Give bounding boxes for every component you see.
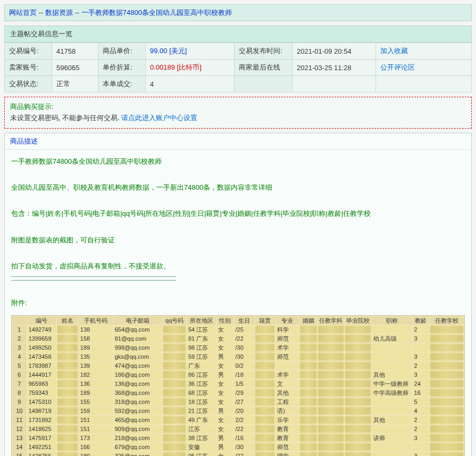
table-row: 131475917173218@qq.com38 江苏男/16教育讲师3	[12, 434, 464, 443]
table-row: 11492749138654@qq.com54 江苏女/25科学2	[12, 325, 464, 334]
value-empty2	[376, 76, 472, 92]
sheet-header: 任教学科	[318, 316, 345, 325]
sheet-header: 教龄	[412, 316, 429, 325]
value-empty	[293, 76, 376, 92]
purchase-tip: 商品购买提示: 未设置交易密码, 不能参与任何交易. 请点此进入账户中心设置	[4, 97, 472, 129]
desc-line: 包含：编号|姓名|手机号码|电子邮箱|qq号码|所在地区|性别|生日|籍贯|专业…	[11, 207, 465, 221]
divider	[11, 280, 176, 281]
table-row: 91475310155318@qq.com18 江苏女/27工程5	[12, 398, 464, 407]
label-btc-price: 单价折算:	[98, 60, 146, 76]
breadcrumb-category[interactable]: 数据资源	[45, 9, 73, 16]
label-status: 交易状态:	[5, 76, 52, 92]
table-row: 41473458135gks@qq.com59 江苏男/30师范3	[12, 352, 464, 361]
sheet-header: 姓名	[56, 316, 78, 325]
table-row: 151428755180325@qq.com05 江苏女/22理学3	[12, 452, 464, 456]
desc-line: 全国幼儿园至高中、职校及教育机构教师数据，一手新出74800条，数据内容非常详细	[11, 181, 465, 195]
link-add-favorite[interactable]: 加入收藏	[380, 47, 408, 55]
description-body: 一手教师数据74800条全国幼儿园至高中职校教师 全国幼儿园至高中、职校及教育机…	[5, 150, 471, 316]
value-seller: 596065	[52, 60, 98, 76]
value-btc-price: 0.00189 [比特币]	[146, 60, 235, 76]
sheet-header: 籍贯	[254, 316, 275, 325]
label-publish-time: 交易发布时间:	[235, 43, 293, 60]
tip-body: 未设置交易密码, 不能参与任何交易.	[10, 114, 121, 122]
info-table: 交易编号: 41758 商品单价: 99.00 [美元] 交易发布时间: 202…	[4, 43, 472, 92]
value-last-online: 2021-03-25 11:28	[293, 60, 376, 76]
sheet-header: 性别	[216, 316, 233, 325]
breadcrumb-home[interactable]: 网站首页	[9, 9, 37, 16]
label-last-online: 商家最后在线	[235, 60, 293, 76]
description-box: 商品描述 一手教师数据74800条全国幼儿园至高中职校教师 全国幼儿园至高中、职…	[4, 133, 472, 456]
label-empty	[235, 76, 293, 92]
table-row: 31499250189998@qq.com98 江苏女/30术学	[12, 343, 464, 352]
breadcrumb-sep: --	[39, 9, 45, 16]
breadcrumb-title[interactable]: 一手教师数据74800条全国幼儿园至高中职校教师	[81, 9, 232, 16]
table-row: 61444917182186@qq.com86 江苏男/18术学其他3	[12, 370, 464, 379]
divider	[11, 276, 176, 277]
label-sold-count: 本单成交:	[98, 76, 146, 92]
breadcrumb-sep2: --	[75, 9, 81, 16]
sheet-header: 编号	[27, 316, 56, 325]
table-row: 8759343189368@qq.com68 江苏女/29其他中学高级教师16	[12, 389, 464, 398]
sheet-header: qq号码	[163, 316, 186, 325]
sheet-header: 所在地区	[186, 316, 216, 325]
attachment-sheet: 编号姓名手机号码电子邮箱qq号码所在地区性别生日籍贯专业婚姻任教学科毕业院校职称…	[11, 315, 465, 456]
value-trade-id: 41758	[52, 43, 98, 60]
attachment-label: 附件:	[11, 297, 465, 310]
desc-line: 拍下自动发货，虚拟商品具有复制性，不接受退款。	[11, 260, 465, 273]
sheet-header: 电子邮箱	[113, 316, 163, 325]
description-header: 商品描述	[5, 133, 471, 150]
sheet-header: 毕业院校	[345, 316, 372, 325]
table-row: 111731892151465@qq.com49 广东女2/2乐学其他2	[12, 416, 464, 425]
sheet-header: 专业	[275, 316, 299, 325]
desc-line: 一手教师数据74800条全国幼儿园至高中职校教师	[11, 155, 465, 168]
table-row: 101498719159592@qq.com21 江苏男/20语)4	[12, 407, 464, 416]
sheet-header: 手机号码	[78, 316, 113, 325]
value-status: 正常	[52, 76, 98, 92]
link-account-settings[interactable]: 请点此进入账户中心设置	[121, 114, 197, 122]
tip-title: 商品购买提示:	[10, 102, 466, 113]
breadcrumb: 网站首页 -- 数据资源 -- 一手教师数据74800条全国幼儿园至高中职校教师	[4, 4, 472, 21]
value-publish-time: 2021-01-09 20:54	[293, 43, 376, 60]
value-sold-count: 4	[146, 76, 235, 92]
label-unit-price: 商品单价:	[98, 43, 146, 60]
label-trade-id: 交易编号:	[5, 43, 52, 60]
table-row: 7965983136136@qq.com36 江苏女1/5文中学一级教师24	[12, 379, 464, 389]
desc-line: 附图是数据表的截图，可自行验证	[11, 234, 465, 247]
summary-title: 主题帖交易信息一览	[4, 26, 472, 43]
label-seller: 卖家账号:	[5, 60, 52, 76]
table-row: 51783987139474@qq.com广东女0/22	[12, 361, 464, 370]
table-row: 141492251166679@qq.com安徽男/30师范	[12, 443, 464, 452]
sheet-header: 生日	[233, 316, 254, 325]
table-row: 121418625151909@qq.com江苏女/22教育2	[12, 425, 464, 434]
link-public-comments[interactable]: 公开评论区	[380, 63, 415, 71]
sheet-header: 职称	[372, 316, 412, 325]
value-unit-price: 99.00 [美元]	[146, 43, 235, 60]
table-row: 2139965915881@qq.com81 广东女/22师范幼儿高级3	[12, 334, 464, 343]
sheet-header: 任教学校	[430, 316, 464, 325]
sheet-header: 婚姻	[299, 316, 317, 325]
